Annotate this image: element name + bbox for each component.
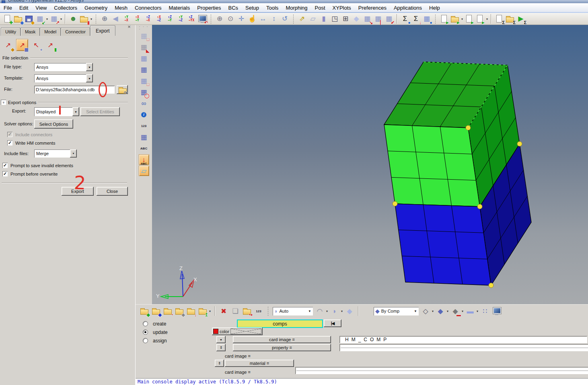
shading-mode-select[interactable]: ◗ Auto ▼ bbox=[273, 307, 313, 315]
card-image-button[interactable]: card image = bbox=[233, 336, 331, 343]
spin-icon[interactable]: ↺ bbox=[280, 14, 290, 24]
file-type-select[interactable]: Ansys ▼ bbox=[34, 63, 93, 71]
menu-item-materials[interactable]: Materials bbox=[165, 5, 193, 11]
entity-state-icon[interactable]: ◆ bbox=[175, 306, 184, 316]
distance-icon[interactable]: ⇗ bbox=[297, 14, 307, 24]
mixed-mode-icon[interactable]: ▦□ bbox=[139, 76, 149, 86]
menu-item-mesh[interactable]: Mesh bbox=[111, 5, 131, 11]
export-mode-select[interactable]: Displayed ▼ bbox=[34, 107, 79, 116]
ruler-icon[interactable]: ▱ bbox=[308, 14, 318, 24]
menu-item-setup[interactable]: Setup bbox=[242, 5, 263, 11]
corner-node[interactable] bbox=[466, 125, 471, 130]
export-button[interactable]: Export bbox=[62, 187, 94, 196]
wireframe-elements-icon[interactable]: ◇▾ bbox=[421, 306, 430, 316]
graphics-viewport[interactable]: Y Z X bbox=[152, 25, 588, 304]
geometry-shade-icon[interactable]: ◆ bbox=[345, 306, 354, 316]
export-geometry-icon[interactable]: ↖● bbox=[31, 39, 42, 51]
shaded-geometry-icon[interactable]: ◗▾ bbox=[330, 306, 339, 316]
previous-view-icon[interactable]: ◀ bbox=[111, 14, 120, 24]
explode-icon[interactable]: ∷ bbox=[480, 306, 490, 316]
organize-icon[interactable]: ↪ bbox=[242, 306, 252, 316]
summary-icon[interactable]: Σ● bbox=[400, 14, 410, 24]
tab-utility[interactable]: Utility bbox=[1, 27, 21, 36]
surface-edit-icon[interactable]: ▱ bbox=[139, 166, 149, 176]
close-icon[interactable]: × bbox=[126, 24, 132, 29]
menu-item-collectors[interactable]: Collectors bbox=[50, 5, 81, 11]
zoom-window-icon[interactable]: ⊕ bbox=[100, 14, 109, 24]
shaded-mode-icon[interactable]: ▦ bbox=[139, 65, 149, 74]
shaded-wire-icon[interactable]: ▦ bbox=[139, 53, 149, 63]
chevron-down-icon[interactable]: ▼ bbox=[86, 74, 93, 82]
card-image-value-field[interactable]: HM_COMP bbox=[339, 336, 587, 343]
performance-graphics-icon[interactable] bbox=[492, 306, 502, 316]
spherical-clip-icon[interactable]: ▦◯ bbox=[139, 87, 149, 97]
export-icon[interactable]: ▦↗▾ bbox=[49, 14, 59, 24]
renumber-icon[interactable]: 123 bbox=[254, 306, 263, 316]
include-files-select[interactable]: Merge ▼ bbox=[34, 149, 77, 158]
components-icon[interactable]: ◆ bbox=[151, 306, 161, 316]
menu-item-applications[interactable]: Applications bbox=[390, 5, 426, 11]
export-solver-icon[interactable]: ↗▦ bbox=[16, 39, 28, 51]
view-xy-icon[interactable]: ↑X→Y bbox=[132, 14, 142, 24]
zoom-in-icon[interactable]: ⊕ bbox=[215, 14, 224, 24]
new-summary-icon[interactable]: Σ bbox=[494, 14, 504, 24]
view-yz-icon[interactable]: ↑Y→Z bbox=[176, 14, 185, 24]
chevron-down-icon[interactable]: ▼ bbox=[308, 309, 311, 313]
checkbox-include-connectors[interactable]: ✓Include connectors bbox=[7, 130, 55, 139]
view-zy-icon[interactable]: ↑Z→Y bbox=[165, 14, 175, 24]
panel-grip[interactable]: · · · · bbox=[139, 26, 149, 29]
labels-abc-icon[interactable]: ABC bbox=[139, 143, 149, 153]
shaded-elements-icon[interactable]: ◆▾ bbox=[436, 306, 445, 316]
chevron-down-icon[interactable]: ▼ bbox=[72, 107, 79, 116]
tab-mask[interactable]: Mask bbox=[21, 27, 40, 36]
corner-node[interactable] bbox=[489, 283, 493, 288]
wire-cube-icon[interactable]: ⊞ bbox=[341, 14, 350, 24]
chevron-down-icon[interactable]: ▼ bbox=[86, 63, 93, 71]
pan-icon[interactable]: ☝ bbox=[247, 14, 257, 24]
collectors-icon[interactable]: ◆ bbox=[140, 306, 149, 316]
select-entities-button[interactable]: Select Entities bbox=[80, 107, 120, 116]
browse-file-button[interactable]: ↷ bbox=[117, 85, 128, 94]
load-collectors-icon[interactable]: ↓ bbox=[186, 306, 196, 316]
material-toggle-button[interactable]: ⇕ bbox=[215, 360, 224, 367]
menu-item-morphing[interactable]: Morphing bbox=[282, 5, 311, 11]
color-mode-select[interactable]: ◆ By Comp ▼ bbox=[374, 307, 419, 315]
mode-radio-create[interactable]: create bbox=[143, 319, 168, 328]
run-script-icon[interactable]: ► bbox=[464, 14, 474, 24]
mesh-check-icon[interactable]: ▦✔ bbox=[384, 14, 394, 24]
view-zx-icon[interactable]: ↑Z→X bbox=[143, 14, 153, 24]
reset-button[interactable]: |◀ bbox=[324, 319, 341, 327]
calculator-icon[interactable]: ▦● bbox=[422, 14, 432, 24]
element-mesh-icon[interactable]: ▦ bbox=[139, 132, 149, 142]
delete-icon[interactable]: ✖ bbox=[219, 306, 228, 316]
property-toggle-button[interactable]: ⇕ bbox=[216, 344, 226, 351]
rotate-v-icon[interactable]: ↕ bbox=[269, 14, 279, 24]
collapse-chevron-icon[interactable]: » bbox=[1, 100, 6, 105]
menu-item-connectors[interactable]: Connectors bbox=[131, 5, 165, 11]
menu-item-edit[interactable]: Edit bbox=[16, 5, 32, 11]
open-summary-icon[interactable]: Σ bbox=[505, 14, 515, 24]
chevron-down-icon[interactable]: ▼ bbox=[70, 149, 77, 158]
chevron-down-icon[interactable]: ▼ bbox=[414, 309, 417, 313]
menu-item-xyplots[interactable]: XYPlots bbox=[329, 5, 355, 11]
mesh-arrow-icon[interactable]: ▦↘ bbox=[362, 14, 372, 24]
wireframe-mode-icon[interactable]: ▦□ bbox=[139, 31, 149, 41]
run-script-menu-icon[interactable]: ►▾ bbox=[475, 14, 485, 24]
new-model-icon[interactable]: ✚ bbox=[2, 14, 12, 24]
bounding-box-icon[interactable]: ◳ bbox=[330, 14, 339, 24]
view-yx-icon[interactable]: ↑Y→X bbox=[121, 14, 131, 24]
menu-item-post[interactable]: Post bbox=[311, 5, 329, 11]
mass-calc-icon[interactable]: ▮ bbox=[319, 14, 329, 24]
checkbox-prompt-before-overwrite[interactable]: ✓Prompt before overwrite bbox=[2, 170, 73, 178]
file-path-input[interactable]: D:\ansys2flac3d\shangxia.cdb bbox=[34, 86, 115, 94]
view-iso-icon[interactable]: ↑Z→YX bbox=[187, 14, 196, 24]
close-button[interactable]: Close bbox=[97, 187, 128, 196]
view-xz-icon[interactable]: ↑X→Z bbox=[154, 14, 164, 24]
shaded-cube-icon[interactable]: ◆ bbox=[352, 14, 361, 24]
tab-model[interactable]: Model bbox=[40, 27, 61, 36]
mode-radio-assign[interactable]: assign bbox=[143, 336, 168, 345]
query-info-icon[interactable]: i bbox=[139, 110, 149, 119]
template-select[interactable]: Ansys ▼ bbox=[34, 74, 93, 82]
organize-colors-icon[interactable]: ▮▾ bbox=[79, 14, 89, 24]
card-image-dropdown-button[interactable]: ▼ bbox=[216, 336, 226, 343]
